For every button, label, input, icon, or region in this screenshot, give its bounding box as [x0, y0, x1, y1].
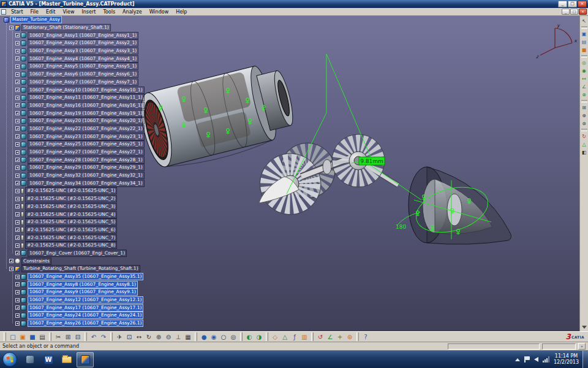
minimize-button[interactable]: _ [558, 1, 567, 7]
menu-edit[interactable]: Edit [42, 9, 59, 15]
measure-icon[interactable]: △ [280, 332, 290, 342]
expander-icon[interactable] [15, 275, 20, 279]
volume-icon[interactable] [534, 357, 538, 362]
tree-item[interactable]: 10607_Engine_Assy7 (10607_Engine_Assy7_1… [1, 79, 164, 86]
expander-icon[interactable] [15, 72, 20, 77]
tree-item[interactable]: 10607_Engine_Assy35 (10607_Engine_Assy35… [1, 273, 164, 281]
constraints-creation-icon[interactable]: ∠ [325, 332, 335, 342]
expander-icon[interactable] [15, 197, 20, 201]
expander-icon[interactable] [15, 96, 20, 100]
doc-restore-button[interactable]: □ [570, 9, 578, 15]
tree-root-item[interactable]: Master_Turbine_Assy [1, 16, 164, 24]
tree-item[interactable]: 10607_Engi_Cover (10607_Engi_Cover_1) [1, 250, 164, 258]
expander-icon[interactable] [15, 166, 20, 170]
knowledge-formula-icon[interactable]: ƒ [290, 332, 300, 342]
undo-icon[interactable]: ↶ [89, 332, 99, 342]
tree-item[interactable]: Stationary_Shaft (Stationary_Shaft.1) [1, 24, 164, 32]
tree-item[interactable]: 10607_Engine_Assy24 (10607_Engine_Assy24… [1, 312, 164, 320]
expander-icon[interactable] [15, 220, 20, 224]
menu-file[interactable]: File [27, 9, 42, 15]
expander-icon[interactable] [15, 88, 20, 92]
taskbar-clock[interactable]: 11:14 PM 12/2/2013 [554, 353, 579, 366]
network-signal-icon[interactable] [543, 356, 549, 362]
more-toolbars-chevron-icon[interactable] [582, 326, 587, 329]
swap-visible-space-icon[interactable]: ◑ [254, 332, 264, 342]
rotate-view-icon[interactable]: ↻ [144, 332, 154, 342]
tree-item[interactable]: 10607_Engine_Assy29 (10607_Engine_Assy29… [1, 164, 164, 172]
existing-component-icon[interactable]: ■ [581, 46, 588, 54]
expander-icon[interactable] [9, 259, 13, 263]
save-document-icon[interactable]: ■ [28, 332, 37, 342]
tree-item[interactable]: 10607_Engine_Assy2 (10607_Engine_Assy2_1… [1, 39, 164, 47]
view-mode-icon[interactable]: ◎ [228, 332, 238, 342]
expander-icon[interactable] [15, 142, 20, 147]
expander-icon[interactable] [15, 282, 20, 286]
tree-item[interactable]: 10607_Engine_Assy19 (10607_Engine_Assy19… [1, 109, 164, 117]
tree-item[interactable]: 10607_Engine_Assy11 (10607_Engine_Assy11… [1, 94, 164, 102]
expander-icon[interactable] [15, 126, 20, 131]
tree-item[interactable]: #2-0.15625-UNC (#2-0.15625-UNC_8) [1, 242, 164, 250]
taskbar-pinned-app[interactable] [21, 352, 39, 367]
tree-item[interactable]: 10607_Engine_Assy25 (10607_Engine_Assy25… [1, 140, 164, 148]
command-input-field[interactable] [542, 343, 576, 350]
tree-item[interactable]: 10607_Engine_Assy12 (10607_Engine_Assy12… [1, 296, 164, 304]
expander-icon[interactable] [9, 26, 13, 30]
expander-icon[interactable] [15, 150, 20, 155]
maximize-button[interactable]: □ [568, 1, 577, 7]
expander-icon[interactable] [15, 189, 20, 193]
expander-icon[interactable] [15, 103, 20, 107]
menu-start[interactable]: Start [7, 9, 27, 15]
component-icon[interactable]: ▤ [581, 38, 588, 46]
pan-icon[interactable]: ↔ [134, 332, 144, 342]
manipulation-icon[interactable]: + [335, 332, 345, 342]
expander-icon[interactable] [15, 56, 20, 61]
tree-item[interactable]: 10607_Engine_Assy28 (10607_Engine_Assy28… [1, 156, 164, 164]
tree-item[interactable]: 10607_Engine_Assy20 (10607_Engine_Assy20… [1, 117, 164, 125]
menu-tools[interactable]: Tools [99, 9, 119, 15]
close-button[interactable]: × [578, 1, 587, 7]
tree-item[interactable]: Constraints [1, 257, 164, 265]
expander-icon[interactable] [15, 305, 20, 310]
tree-item[interactable]: Turbine_Rotating_Shaft (Turbine_Rotating… [1, 265, 164, 273]
measure-item-icon[interactable]: △ [581, 140, 588, 148]
tree-item[interactable]: #2-0.15625-UNC (#2-0.15625-UNC_4) [1, 210, 164, 218]
tree-item[interactable]: 10607_Engine_Assy9 (10607_Engine_Assy9.1… [1, 288, 164, 296]
cut-icon[interactable]: ✂ [53, 332, 63, 342]
expander-icon[interactable] [15, 251, 20, 255]
tree-item[interactable]: 10607_Engine_Assy16 (10607_Engine_Assy16… [1, 102, 164, 110]
tree-item[interactable]: 10607_Engine_Assy1 (10607_Engine_Assy1_1… [1, 31, 164, 39]
expander-icon[interactable] [15, 212, 20, 217]
wireframe-icon[interactable]: ○ [219, 332, 228, 342]
menu-insert[interactable]: Insert [78, 9, 99, 15]
exhaust-assembly-model[interactable] [409, 167, 511, 244]
open-document-icon[interactable]: ▣ [18, 332, 28, 342]
hidden-icons-chevron-icon[interactable] [515, 358, 520, 361]
tree-item[interactable]: 10607_Engine_Assy26 (10607_Engine_Assy26… [1, 320, 164, 328]
expander-icon[interactable] [15, 111, 20, 115]
tree-item[interactable]: 10607_Engine_Assy23 (10607_Engine_Assy23… [1, 132, 164, 140]
menu-analyze[interactable]: Analyze [119, 9, 146, 15]
tree-item[interactable]: #2-0.15625-UNC (#2-0.15625-UNC_3) [1, 203, 164, 211]
expander-icon[interactable] [15, 321, 20, 326]
tree-item[interactable]: #2-0.15625-UNC (#2-0.15625-UNC_6) [1, 226, 164, 234]
expander-icon[interactable] [15, 134, 20, 139]
expander-icon[interactable] [15, 174, 20, 178]
snap-icon[interactable]: ⊕ [581, 112, 588, 120]
create-multi-view-icon[interactable]: ▦ [183, 332, 193, 342]
expander-icon[interactable] [15, 313, 20, 318]
fit-all-in-icon[interactable]: ⊡ [124, 332, 134, 342]
tree-item[interactable]: 10607_Engine_Assy3 (10607_Engine_Assy3_1… [1, 47, 164, 55]
fly-mode-icon[interactable]: ✈ [115, 332, 124, 342]
shading-icon[interactable]: ● [199, 332, 209, 342]
zoom-out-icon[interactable]: ⊖ [164, 332, 173, 342]
fix-component-icon[interactable]: ⊗ [581, 91, 588, 99]
tree-item[interactable]: 10607_Engine_Assy10 (10607_Engine_Assy10… [1, 86, 164, 94]
tree-item[interactable]: #2-0.15625-UNC (#2-0.15625-UNC_1) [1, 187, 164, 195]
help-icon[interactable]: ? [361, 332, 371, 342]
paste-icon[interactable]: ⊟ [73, 332, 83, 342]
zoom-in-icon[interactable]: ⊕ [154, 332, 164, 342]
menu-window[interactable]: Window [146, 9, 173, 15]
tree-item[interactable]: 10607_Engine_Assy22 (10607_Engine_Assy22… [1, 125, 164, 133]
tree-item[interactable]: 10607_Engine_Assy8 (10607_Engine_Assy8.1… [1, 280, 164, 288]
expander-icon[interactable] [15, 228, 20, 232]
